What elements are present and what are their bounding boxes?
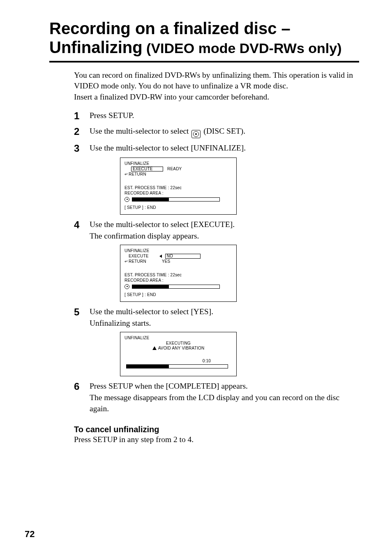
disc-set-icon [191,130,201,138]
title-line2: Unfinalizing (VIDEO mode DVD-RWs only) [49,38,359,57]
screen-end: [ SETUP ] : END [125,205,232,211]
lcd-screen-step4: UNFINALIZE EXECUTE NO ↵ RETURN YES EST. … [120,245,237,302]
progress-fill [127,365,169,368]
page-number: 72 [25,529,35,540]
screen-ready: READY [167,167,182,172]
step-number: 2 [74,125,90,137]
steps-list: 1 Press SETUP. 2 Use the multi-selector … [74,110,359,414]
return-arrow-icon: ↵ [125,172,129,177]
left-triangle-icon [159,255,162,258]
step-text: Use the multi-selector to select [EXECUT… [90,219,235,230]
screen-yes: YES [162,259,171,264]
screen-header: UNFINALIZE [125,336,149,341]
screen-recorded-area-label: RECORDED AREA : [125,278,164,283]
step-text: The message disappears from the LCD disp… [90,392,359,415]
intro-line: Insert a finalized DVD-RW into your camc… [74,92,359,102]
lcd-screen-step3: UNFINALIZE EXECUTE READY ↵ RETURN EST. P… [120,158,237,215]
step-4: 4 Use the multi-selector to select [EXEC… [74,219,359,241]
step-2: 2 Use the multi-selector to select (DISC… [74,125,359,138]
step-text-a: Use the multi-selector to select [90,127,191,135]
recorded-area-bar [132,197,220,202]
screen-no-selected: NO [165,254,201,259]
screen-recorded-area-label: RECORDED AREA : [125,191,164,196]
title-line2-strong: Unfinalizing [49,38,143,56]
step-5: 5 Use the multi-selector to select [YES]… [74,306,359,329]
title-line2-rest: (VIDEO mode DVD-RWs only) [143,40,342,56]
recorded-area-bar [132,285,220,289]
step-text: Use the multi-selector to select [UNFINA… [90,142,246,153]
step-number: 6 [74,380,90,392]
step-text: The confirmation display appears. [90,230,235,241]
screen-header: UNFINALIZE [125,248,149,254]
step-number: 3 [74,142,90,154]
step-number: 1 [74,110,90,121]
screen-avoid-vibration: AVOID ANY VIBRATION [125,346,232,351]
intro-line: You can record on finalized DVD-RWs by u… [74,70,359,81]
cancel-heading: To cancel unfinalizing [74,425,359,434]
screen-time: 0:10 [125,359,232,364]
step-text: Use the multi-selector to select (DISC S… [90,125,245,138]
screen-end: [ SETUP ] : END [125,292,232,298]
page-title-block: Recording on a finalized disc – Unfinali… [49,19,359,57]
lcd-screen-step5: UNFINALIZE EXECUTING AVOID ANY VIBRATION… [120,332,237,377]
recorded-area-fill [132,198,169,201]
recorded-area-fill [132,285,169,288]
step-text: Press SETUP. [90,110,134,121]
warning-icon [152,346,157,350]
return-arrow-icon: ↵ [125,259,129,264]
step-text: Unfinalizing starts. [90,317,213,329]
disc-mini-icon [125,197,129,202]
screen-header: UNFINALIZE [125,161,149,167]
cancel-text: Press SETUP in any step from 2 to 4. [74,435,359,444]
screen-return: RETURN [129,172,146,177]
step-text: Press SETUP when the [COMPLETED] appears… [90,380,359,392]
screen-est-time: EST. PROCESS TIME : 22sec [125,185,182,191]
intro-line: VIDEO mode only. You do not have to unfi… [74,81,359,91]
step-number: 4 [74,219,90,230]
step-text: Use the multi-selector to select [YES]. [90,306,213,317]
title-line1: Recording on a finalized disc – [49,19,359,38]
screen-execute: EXECUTE [129,254,149,259]
screen-est-time: EST. PROCESS TIME : 22sec [125,273,182,278]
step-6: 6 Press SETUP when the [COMPLETED] appea… [74,380,359,414]
screen-execute-selected: EXECUTE [131,167,163,171]
avoid-text: AVOID ANY VIBRATION [158,346,205,350]
title-rule [49,61,359,63]
screen-executing: EXECUTING [125,341,232,346]
disc-mini-icon [125,284,129,289]
step-3: 3 Use the multi-selector to select [UNFI… [74,142,359,154]
step-text-b: (DISC SET). [201,127,245,135]
progress-bar [126,364,228,368]
step-1: 1 Press SETUP. [74,110,359,121]
intro-paragraph: You can record on finalized DVD-RWs by u… [74,70,359,102]
step-number: 5 [74,306,90,317]
screen-return: RETURN [129,259,146,264]
